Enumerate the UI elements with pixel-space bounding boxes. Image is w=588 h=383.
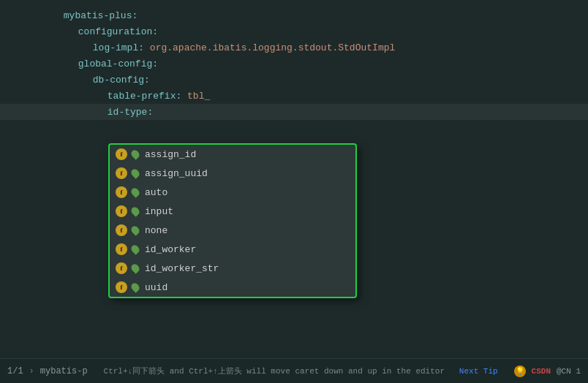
field-icon: f <box>116 148 127 160</box>
field-icon: f <box>116 262 127 274</box>
autocomplete-label: auto <box>145 187 167 198</box>
leaf-icon <box>130 187 140 197</box>
autocomplete-label: assign_id <box>145 149 196 160</box>
leaf-icon <box>130 206 140 216</box>
autocomplete-dropdown[interactable]: f assign_id f assign_uuid f auto f input… <box>108 143 357 298</box>
autocomplete-item-auto[interactable]: f auto <box>110 183 355 202</box>
field-icon: f <box>116 167 127 179</box>
hint-text: Ctrl+↓同下箭头 and Ctrl+↑上箭头 will move caret… <box>104 367 445 376</box>
autocomplete-item-assign-uuid[interactable]: f assign_uuid <box>110 164 355 183</box>
autocomplete-label: input <box>145 206 173 217</box>
code-line-7: id-type: <box>0 104 588 120</box>
leaf-icon <box>130 168 140 178</box>
field-icon: f <box>116 205 127 217</box>
autocomplete-item-input[interactable]: f input <box>110 202 355 221</box>
autocomplete-item-id-worker-str[interactable]: f id_worker_str <box>110 259 355 278</box>
status-left: 1/1 › mybatis-p <box>7 366 88 376</box>
code-content-7: id-type: <box>29 96 588 129</box>
autocomplete-item-uuid[interactable]: f uuid <box>110 278 355 297</box>
field-icon: f <box>116 186 127 198</box>
autocomplete-item-id-worker[interactable]: f id_worker <box>110 240 355 259</box>
code-key: id-type: <box>108 107 153 118</box>
leaf-icon <box>130 282 140 292</box>
leaf-icon <box>130 225 140 235</box>
autocomplete-label: uuid <box>145 282 167 293</box>
leaf-icon <box>130 244 140 254</box>
autocomplete-item-none[interactable]: f none <box>110 221 355 240</box>
autocomplete-label: id_worker_str <box>145 263 219 274</box>
csdn-logo: CSDN <box>532 367 551 376</box>
leaf-icon <box>130 263 140 273</box>
leaf-icon <box>130 149 140 159</box>
file-name: mybatis-p <box>40 366 88 376</box>
breadcrumb-arrow: › <box>29 366 34 376</box>
autocomplete-label: id_worker <box>145 244 196 255</box>
field-icon: f <box>116 243 127 255</box>
next-tip-button[interactable]: Next Tip <box>459 367 498 376</box>
field-icon: f <box>116 281 127 293</box>
bulb-icon: 💡 <box>514 365 526 377</box>
autocomplete-label: assign_uuid <box>145 168 208 179</box>
autocomplete-label: none <box>145 225 167 236</box>
editor-area: mybatis-plus: configuration: log-impl: o… <box>0 0 588 358</box>
autocomplete-item-assign-id[interactable]: f assign_id <box>110 145 355 164</box>
status-right: 💡 CSDN @CN 1 <box>514 365 581 377</box>
status-bar: 1/1 › mybatis-p Ctrl+↓同下箭头 and Ctrl+↑上箭头… <box>0 358 588 383</box>
status-hint: Ctrl+↓同下箭头 and Ctrl+↑上箭头 will move caret… <box>88 365 514 376</box>
at-cn-text: @CN 1 <box>557 367 581 376</box>
field-icon: f <box>116 224 127 236</box>
file-position: 1/1 <box>7 366 23 376</box>
